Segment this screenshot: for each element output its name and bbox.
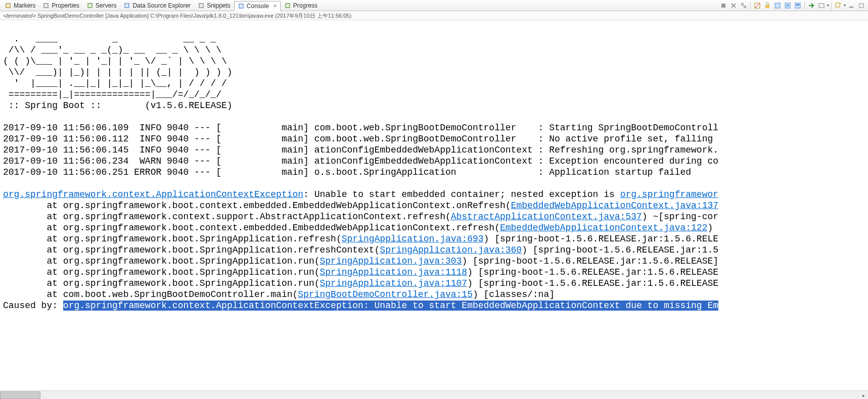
terminated-label: <terminated> [3,13,36,19]
svg-rect-22 [819,4,824,8]
display-selected-icon[interactable] [793,1,802,10]
exception-link[interactable]: org.springframewor [620,189,718,200]
svg-rect-7 [125,4,128,7]
progress-icon [284,2,291,9]
stack-link[interactable]: SpringApplication.java:303 [320,256,462,266]
console-icon [238,3,245,10]
tab-properties[interactable]: Properties [39,1,83,11]
svg-rect-24 [849,7,853,8]
minimize-icon[interactable] [847,1,856,10]
stack-link[interactable]: SpringApplication.java:1107 [320,278,468,288]
launch-time: (2017年9月10日 上午11:56:05) [275,13,351,19]
snippets-icon [198,2,205,9]
svg-rect-14 [721,4,725,8]
svg-rect-3 [44,4,48,7]
selected-text[interactable]: org.springframework.context.ApplicationC… [63,301,718,311]
tab-servers[interactable]: Servers [83,1,120,11]
separator [804,2,805,10]
servers-icon [86,2,94,9]
svg-rect-16 [765,5,769,8]
tab-progress[interactable]: Progress [281,1,321,11]
svg-rect-17 [775,3,780,8]
pin-console-icon[interactable] [783,1,792,10]
svg-rect-1 [7,4,10,7]
separator [750,2,751,10]
console-output[interactable]: . ____ _ __ _ _ /\\ / ___'_ __ _ _(_)_ _… [0,20,868,390]
tab-label: Progress [293,2,317,9]
new-console-icon[interactable] [834,1,843,10]
svg-rect-23 [836,3,840,7]
word-wrap-icon[interactable] [773,1,782,10]
view-tab-bar: MarkersPropertiesServersData Source Expl… [0,0,868,11]
svg-point-19 [787,5,789,7]
exception-link[interactable]: org.springframework.context.ApplicationC… [3,189,303,200]
remove-launch-icon[interactable] [729,1,738,10]
tab-markers[interactable]: Markers [1,1,39,11]
svg-rect-5 [88,4,92,7]
close-icon[interactable]: ✕ [273,3,277,9]
scroll-right-arrow[interactable]: ▸ [859,391,868,399]
stack-link[interactable]: AbstractApplicationContext.java:537 [451,212,642,222]
tab-label: Properties [52,2,79,9]
java-path: C:\Program Files\Java\jdk1.8.0_121\bin\j… [150,13,273,19]
open-console-icon[interactable] [807,1,816,10]
tab-console[interactable]: Console✕ [234,1,281,11]
tab-label: Snippets [207,2,231,9]
tab-label: Data Source Explorer [132,2,191,9]
dropdown-icon[interactable]: ▾ [827,3,829,8]
stack-link[interactable]: SpringApplication.java:360 [380,245,522,255]
svg-rect-9 [200,4,203,7]
tab-data-source-explorer[interactable]: Data Source Explorer [120,1,194,11]
terminate-icon[interactable] [719,1,728,10]
launch-status-line: <terminated> SpringBootDemoController [J… [0,11,868,20]
tab-label: Console [247,3,269,10]
clear-console-icon[interactable] [753,1,762,10]
stack-link[interactable]: SpringApplication.java:693 [342,234,484,244]
console-menu-icon[interactable] [817,1,826,10]
properties-icon [42,2,50,9]
dropdown-icon[interactable]: ▾ [844,3,846,8]
maximize-icon[interactable] [857,1,866,10]
stack-link[interactable]: SpringApplication.java:1118 [320,267,468,277]
console-toolbar: ▾ ▾ [719,1,868,10]
tab-label: Markers [14,2,35,9]
remove-all-icon[interactable] [739,1,748,10]
scroll-thumb[interactable] [0,391,40,399]
stack-link[interactable]: EmbeddedWebApplicationContext.java:137 [511,201,718,211]
separator [831,2,832,10]
svg-rect-25 [859,4,863,8]
tab-label: Servers [96,2,116,9]
stack-link[interactable]: EmbeddedWebApplicationContext.java:122 [500,223,707,233]
svg-rect-11 [240,5,243,8]
markers-icon [5,2,12,9]
svg-rect-21 [796,4,799,6]
tab-snippets[interactable]: Snippets [194,1,234,11]
stack-link[interactable]: SpringBootDemoController.java:15 [298,289,473,300]
horizontal-scrollbar[interactable]: ▸ [0,390,868,399]
datasource-icon [123,2,130,9]
svg-rect-13 [286,4,289,7]
app-name: SpringBootDemoController [Java Applicati… [37,13,149,19]
scroll-lock-icon[interactable] [763,1,772,10]
